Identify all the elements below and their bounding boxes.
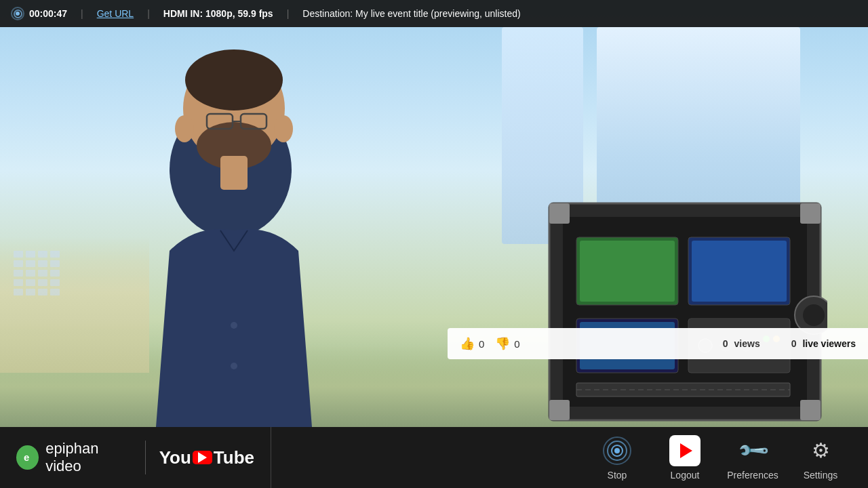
svg-rect-23 [692, 241, 787, 302]
svg-point-8 [231, 363, 237, 369]
youtube-logo: You Tube [159, 447, 254, 468]
settings-button[interactable]: ⚙ Settings [793, 435, 848, 481]
hdmi-label: HDMI IN: 1080p, 59.9 fps [163, 8, 273, 19]
live-viewers-count: 0 [791, 338, 797, 349]
broadcast-icon [603, 436, 631, 465]
timer-value: 00:00:47 [29, 8, 67, 19]
svg-rect-16 [549, 400, 570, 420]
youtube-ctrl-icon [669, 435, 701, 466]
epiphan-text-label: epiphan video [45, 440, 131, 475]
logout-icon-area [669, 435, 701, 466]
svg-rect-21 [580, 241, 675, 302]
svg-rect-17 [800, 400, 821, 420]
settings-label: Settings [804, 470, 838, 481]
epiphan-logo: e epiphan video [16, 440, 132, 475]
divider-3: | [287, 8, 290, 19]
settings-icon-area: ⚙ [805, 435, 836, 466]
preferences-button[interactable]: 🔧 Preferences [726, 435, 780, 481]
stop-button-icon-area [601, 435, 633, 466]
thumbs-up-icon: 👍 [460, 336, 475, 351]
youtube-play-button [193, 451, 212, 464]
svg-text:e: e [24, 451, 29, 463]
equipment-case [542, 197, 827, 427]
divider-1: | [81, 8, 83, 19]
divider-2: | [147, 8, 150, 19]
live-viewers-display: 0 live viewers [791, 338, 856, 349]
status-bar: 00:00:47 | Get URL | HDMI IN: 1080p, 59.… [0, 0, 868, 27]
logo-area: e epiphan video You Tube [0, 427, 271, 488]
svg-point-19 [803, 304, 825, 326]
wrench-icon: 🔧 [736, 433, 770, 468]
thumbs-down-icon: 👎 [495, 336, 510, 351]
svg-rect-14 [549, 203, 570, 224]
get-url-link[interactable]: Get URL [97, 8, 134, 19]
svg-point-11 [274, 115, 293, 142]
youtube-you-text: You [159, 447, 191, 468]
likes-group: 👍 0 [460, 336, 484, 351]
epiphan-icon: e [16, 445, 39, 470]
svg-point-2 [185, 49, 283, 110]
views-count: 0 [723, 338, 728, 349]
views-display: 0 views [723, 338, 760, 349]
stop-button[interactable]: Stop [590, 435, 644, 481]
timer-display: 00:00:47 [11, 7, 67, 20]
youtube-tube-text: Tube [214, 447, 254, 468]
youtube-play-icon [680, 443, 692, 458]
stats-bar: 👍 0 👎 0 0 views 0 live viewers [448, 328, 868, 359]
live-pulse-icon [11, 7, 24, 20]
preferences-label: Preferences [727, 470, 778, 481]
svg-rect-15 [800, 203, 821, 224]
logout-button[interactable]: Logout [658, 435, 712, 481]
logout-label: Logout [671, 470, 700, 481]
svg-rect-9 [220, 156, 248, 190]
svg-point-7 [231, 322, 237, 329]
video-area: 👍 0 👎 0 0 views 0 live viewers [0, 0, 868, 427]
logo-divider [145, 441, 146, 474]
dislikes-group: 👎 0 [495, 336, 519, 351]
controls-area: Stop Logout 🔧 Preferences ⚙ Settings [271, 435, 868, 481]
gear-icon: ⚙ [812, 439, 830, 462]
dislikes-count: 0 [514, 338, 519, 350]
person-figure [75, 34, 400, 427]
stop-label: Stop [608, 470, 627, 481]
building-windows [14, 251, 60, 296]
likes-count: 0 [479, 338, 484, 350]
live-viewers-label: live viewers [802, 338, 856, 349]
preferences-icon-area: 🔧 [737, 435, 768, 466]
destination-label: Destination: My live event title (previe… [302, 8, 520, 19]
svg-point-10 [175, 115, 194, 142]
views-label: views [734, 338, 760, 349]
bottom-bar: e epiphan video You Tube [0, 427, 868, 488]
